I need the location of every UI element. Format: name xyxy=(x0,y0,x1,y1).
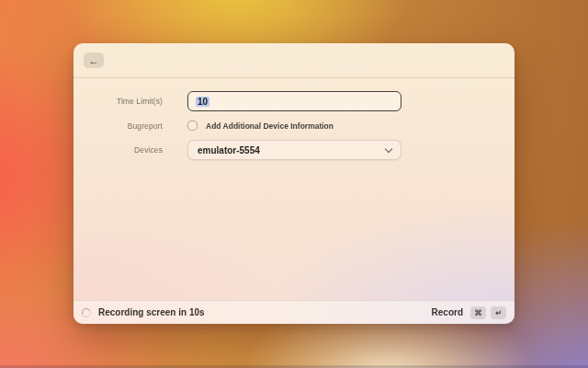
window-header: ← xyxy=(74,43,514,78)
time-limit-label: Time Limit(s) xyxy=(74,97,163,106)
form-row-devices: Devices emulator-5554 xyxy=(74,140,514,160)
devices-label: Devices xyxy=(74,145,163,155)
footer-status: Recording screen in 10s xyxy=(82,307,205,317)
devices-dropdown[interactable]: emulator-5554 xyxy=(187,140,401,160)
time-limit-input[interactable]: 10 xyxy=(187,91,401,111)
form-row-time-limit: Time Limit(s) 10 xyxy=(74,91,514,111)
recording-form: Time Limit(s) 10 Bugreport Add Additiona… xyxy=(74,91,514,160)
back-button[interactable]: ← xyxy=(84,52,104,68)
record-action-button[interactable]: Record xyxy=(432,307,463,317)
devices-dropdown-value: emulator-5554 xyxy=(198,145,260,155)
status-text: Recording screen in 10s xyxy=(98,307,205,317)
chevron-down-icon xyxy=(385,145,392,153)
command-key-icon: ⌘ xyxy=(470,306,486,319)
footer-actions: Record ⌘ ↵ xyxy=(432,306,506,319)
spinner-icon xyxy=(81,306,92,317)
form-row-bugreport: Bugreport Add Additional Device Informat… xyxy=(74,120,514,132)
bugreport-label: Bugreport xyxy=(74,121,163,131)
back-arrow-icon: ← xyxy=(89,55,99,66)
app-window: ← Time Limit(s) 10 Bugreport Add Additio… xyxy=(74,43,514,324)
return-key-icon: ↵ xyxy=(491,306,506,319)
bugreport-checkbox-label: Add Additional Device Information xyxy=(206,121,334,131)
bugreport-checkbox[interactable] xyxy=(187,121,198,131)
time-limit-value: 10 xyxy=(196,97,209,107)
bugreport-checkbox-row: Add Additional Device Information xyxy=(187,121,334,131)
window-footer: Recording screen in 10s Record ⌘ ↵ xyxy=(74,300,514,324)
